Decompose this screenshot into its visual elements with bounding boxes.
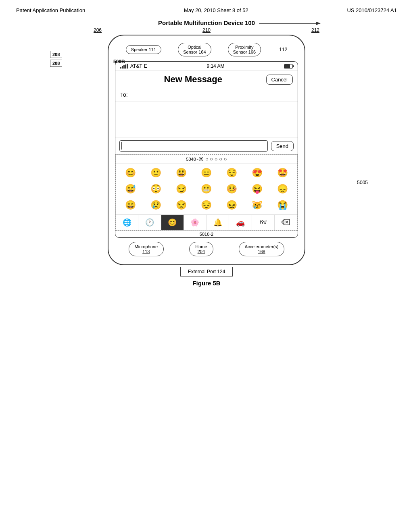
- message-header: New Message Cancel: [115, 71, 298, 88]
- emoji-pagination: 5040~⦿ ○ ○ ○ ○ ○: [116, 155, 297, 164]
- cursor-line: [121, 142, 122, 150]
- label-210: 210: [202, 27, 211, 33]
- header-left: Patent Application Publication: [16, 7, 85, 13]
- label-5005: 5005: [357, 180, 368, 185]
- pagination-text: 5040~⦿ ○ ○ ○ ○ ○: [186, 157, 227, 162]
- network-label: E: [144, 63, 147, 69]
- optical-line1: Optical: [183, 45, 206, 50]
- emoji-1-6[interactable]: 😍: [245, 165, 269, 181]
- delete-icon: [282, 219, 290, 226]
- label-5010-2: 5010-2: [115, 231, 298, 237]
- send-button[interactable]: Send: [271, 141, 294, 151]
- emoji-3-2[interactable]: 😢: [144, 197, 168, 213]
- tab-flower[interactable]: 🌸: [184, 215, 206, 230]
- emoji-2-1[interactable]: 😅: [118, 181, 143, 197]
- label-212: 212: [311, 27, 319, 33]
- proximity-line2: Sensor 166: [233, 50, 256, 54]
- label-206: 206: [94, 27, 102, 33]
- emoji-3-1[interactable]: 😄: [118, 197, 143, 213]
- home-line1: Home: [195, 244, 207, 249]
- bar4: [125, 64, 126, 69]
- tab-bell[interactable]: 🔔: [206, 215, 229, 230]
- accelerometer-component: Accelerometer(s) 168: [239, 242, 285, 256]
- bar3: [123, 65, 125, 69]
- diagram-wrapper: Portable Multifunction Device 100 206 21…: [65, 19, 348, 287]
- speaker-label: Speaker 111: [131, 47, 156, 52]
- to-label: To:: [120, 91, 128, 98]
- emoji-1-4[interactable]: 😑: [194, 165, 219, 181]
- emoji-2-3[interactable]: 😏: [169, 181, 194, 197]
- cancel-button[interactable]: Cancel: [266, 75, 293, 85]
- carrier-label: AT&T: [130, 63, 142, 69]
- emoji-2-7[interactable]: 😞: [270, 181, 295, 197]
- text-input-field[interactable]: [119, 140, 268, 152]
- emoji-1-7[interactable]: 🤩: [270, 165, 295, 181]
- to-field: To:: [115, 88, 298, 102]
- message-body[interactable]: [115, 102, 298, 138]
- emoji-3-7[interactable]: 😭: [270, 197, 295, 213]
- side-labels-208: 208 208: [50, 51, 62, 67]
- external-port-area: External Port 124: [65, 267, 348, 276]
- page-container: Patent Application Publication May 20, 2…: [0, 0, 413, 532]
- message-title: New Message: [164, 74, 222, 85]
- accelerometer-line2: 168: [245, 249, 279, 254]
- emoji-3-4[interactable]: 😔: [194, 197, 219, 213]
- label-112: 112: [279, 47, 287, 52]
- battery-icon: [284, 64, 293, 69]
- top-labels-row: 206 210 212: [65, 27, 348, 35]
- emoji-3-3[interactable]: 😒: [169, 197, 194, 213]
- emoji-3-5[interactable]: 😖: [219, 197, 244, 213]
- microphone-line1: Microphone: [135, 244, 158, 249]
- time-label: 9:14 AM: [206, 63, 224, 69]
- tab-delete[interactable]: [275, 215, 297, 230]
- diagram-area: Portable Multifunction Device 100 206 21…: [0, 19, 413, 287]
- label-500b: 500B: [113, 59, 125, 64]
- emoji-1-3[interactable]: 😃: [169, 165, 194, 181]
- optical-sensor-component: Optical Sensor 164: [178, 43, 211, 56]
- accelerometer-line1: Accelerometer(s): [245, 244, 279, 249]
- emoji-tab-bar: 🌐 🕐 😊 🌸 🔔 🚗 !?#: [116, 214, 297, 231]
- emoji-2-6[interactable]: 😝: [245, 181, 269, 197]
- home-component[interactable]: Home 204: [189, 242, 213, 256]
- device-screen: AT&T E 9:14 AM New Message: [115, 61, 298, 238]
- emoji-1-2[interactable]: 🙂: [144, 165, 168, 181]
- tab-globe[interactable]: 🌐: [116, 215, 138, 230]
- proximity-line1: Proximity: [233, 45, 256, 50]
- tab-clock[interactable]: 🕐: [138, 215, 161, 230]
- emoji-section: 5040~⦿ ○ ○ ○ ○ ○ 😊 🙂 😃 😑 😌 😍: [115, 154, 298, 231]
- side-label-box-1: 208: [50, 51, 62, 58]
- device-title: Portable Multifunction Device 100: [158, 19, 255, 26]
- bar5: [127, 64, 128, 69]
- microphone-line2: 113: [135, 249, 158, 254]
- header-center: May 20, 2010 Sheet 8 of 52: [184, 7, 248, 13]
- battery-fill: [284, 64, 290, 68]
- emoji-2-5[interactable]: 🤒: [219, 181, 244, 197]
- microphone-component: Microphone 113: [129, 242, 164, 256]
- svg-marker-4: [282, 220, 284, 224]
- text-input-row: Send: [115, 138, 298, 154]
- emoji-2-2[interactable]: 😳: [144, 181, 168, 197]
- side-label-box-2: 208: [50, 60, 62, 67]
- header-right: US 2010/0123724 A1: [347, 7, 397, 13]
- status-bar: AT&T E 9:14 AM: [115, 62, 298, 71]
- speaker-component: Speaker 111: [126, 45, 161, 54]
- tab-emoji-active[interactable]: 😊: [161, 215, 184, 230]
- external-port-box: External Port 124: [180, 267, 233, 276]
- emoji-1-5[interactable]: 😌: [219, 165, 244, 181]
- bar1: [120, 67, 121, 69]
- tab-symbols[interactable]: !?#: [252, 215, 275, 230]
- device-bottom-strip: Microphone 113 Home 204 Accelerometer(s)…: [113, 238, 300, 260]
- tab-car[interactable]: 🚗: [229, 215, 252, 230]
- emoji-grid: 😊 🙂 😃 😑 😌 😍 🤩 😅 😳 😏: [116, 164, 297, 214]
- device-title-area: Portable Multifunction Device 100: [65, 19, 348, 27]
- proximity-sensor-component: Proximity Sensor 166: [228, 43, 261, 56]
- emoji-2-4[interactable]: 😬: [194, 181, 219, 197]
- optical-line2: Sensor 164: [183, 50, 206, 54]
- device-top-strip: Speaker 111 Optical Sensor 164 Proximity…: [113, 40, 300, 59]
- bar2: [122, 66, 123, 69]
- emoji-3-6[interactable]: 😿: [245, 197, 269, 213]
- figure-label: Figure 5B: [65, 280, 348, 287]
- patent-header: Patent Application Publication May 20, 2…: [0, 0, 413, 17]
- emoji-1-1[interactable]: 😊: [118, 165, 143, 181]
- device-outer: 500B Speaker 111 Optical Sensor 164 Prox…: [108, 35, 305, 265]
